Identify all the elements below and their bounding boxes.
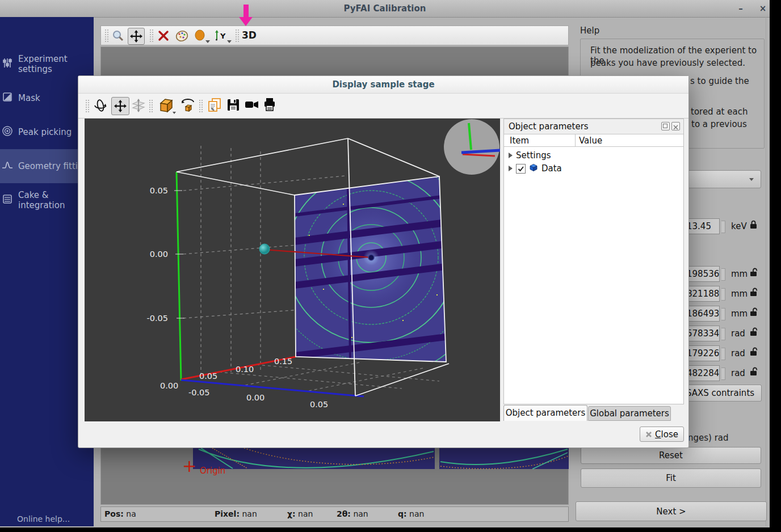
column-value[interactable]: Value [579, 136, 602, 146]
open-3d-view-button[interactable]: 3D [242, 29, 257, 41]
toolbar-grip[interactable] [149, 99, 153, 113]
lock-open-icon[interactable] [749, 267, 759, 280]
toolbar-grip[interactable] [149, 29, 153, 43]
save-icon[interactable] [226, 98, 241, 112]
x-blue-tick: 0.00 [246, 393, 264, 402]
layers-icon [2, 193, 13, 207]
statusbar: Pos: na Pixel: nan χ: nan 2θ: nan q: nan [100, 506, 569, 522]
param-spinner[interactable] [721, 368, 725, 380]
param-spinner[interactable] [721, 348, 725, 360]
param-field-rot2[interactable]: 179226 [684, 345, 720, 361]
pan-tool-selected-box[interactable] [128, 28, 145, 45]
annotation-arrow-shaft [243, 5, 249, 18]
object-parameters-title: Object parameters [509, 121, 589, 132]
param-unit: mm [731, 289, 748, 299]
toolbar-grip[interactable] [104, 29, 108, 43]
minimize-button[interactable]: – [734, 2, 748, 15]
param-spinner[interactable] [721, 328, 725, 340]
object-parameters-header: Object parameters [504, 119, 683, 134]
panel-divider [766, 17, 766, 526]
expander-icon[interactable] [509, 166, 513, 171]
marker-color-dropdown-arrow[interactable] [205, 40, 210, 43]
energy-field[interactable]: 13.45 [684, 218, 720, 234]
sidebar-item-label: Peak picking [18, 127, 72, 137]
online-help-link[interactable]: Online help... [17, 514, 70, 523]
lock-open-icon[interactable] [749, 366, 759, 379]
toolbar-grip[interactable] [235, 29, 239, 43]
object-parameters-panel: Object parameters Item Value Settings [503, 119, 684, 404]
tree-row-settings[interactable]: Settings [509, 150, 551, 161]
x-red-tick: 0.05 [199, 371, 217, 381]
rotate-3d-icon[interactable] [93, 98, 108, 113]
copy-snapshot-icon[interactable] [207, 97, 222, 114]
window-title: PyFAI Calibration [0, 0, 770, 17]
lock-open-icon[interactable] [749, 287, 759, 299]
column-divider[interactable] [575, 134, 576, 146]
pan-icon [112, 98, 129, 115]
next-button[interactable]: Next > [576, 501, 767, 521]
chevron-down-icon[interactable] [173, 112, 176, 114]
close-x-icon [645, 431, 652, 438]
data-visibility-checkbox[interactable] [516, 164, 526, 174]
param-spinner[interactable] [721, 288, 725, 301]
column-item[interactable]: Item [510, 136, 529, 146]
display-sample-stage-dialog: Display sample stage [78, 75, 689, 448]
y-tick: 0.00 [140, 250, 168, 259]
range-label-fragment: nges) rad [688, 433, 729, 443]
energy-spinner[interactable] [721, 221, 725, 233]
tab-global-parameters[interactable]: Global parameters [588, 406, 671, 421]
video-record-icon[interactable] [244, 98, 260, 112]
param-spinner[interactable] [721, 268, 725, 281]
cube-wireframe-back [177, 138, 348, 195]
zoom-tool-icon[interactable] [111, 29, 125, 43]
close-window-button[interactable]: × [756, 2, 770, 15]
mask-icon [2, 91, 13, 105]
origin-marker-label: Origin [200, 466, 225, 476]
clear-icon[interactable] [157, 29, 170, 43]
annotation-arrow-head [239, 17, 253, 26]
toolbar-grip[interactable] [199, 99, 203, 113]
status-2theta: 2θ: nan [337, 509, 368, 518]
sample-stage-3d-view[interactable]: 0.05 0.00 -0.05 0.05 0.10 0.15 -0.05 0.0… [85, 119, 500, 421]
plane-tool-icon[interactable] [131, 98, 146, 113]
param-field-poni1[interactable]: 821188 [684, 286, 720, 302]
print-icon[interactable] [262, 97, 277, 113]
param-unit: rad [731, 348, 745, 358]
param-unit: mm [731, 309, 748, 319]
diffraction-image-strip [193, 448, 569, 469]
cube-data-icon [529, 163, 538, 174]
rings-icon [2, 125, 13, 139]
marker-color-icon[interactable] [194, 29, 207, 42]
toolbar-grip[interactable] [85, 99, 89, 113]
pan-3d-selected-box[interactable] [111, 97, 129, 115]
param-field-poni2[interactable]: 186493 [684, 306, 720, 322]
expander-icon[interactable] [509, 153, 513, 158]
close-panel-icon[interactable] [671, 122, 680, 130]
y-axis-icon[interactable]: Y [213, 29, 228, 43]
dialog-title: Display sample stage [78, 76, 688, 93]
reset-button[interactable]: Reset [581, 447, 761, 464]
float-panel-icon[interactable] [661, 122, 670, 130]
rotate-box-icon[interactable] [179, 97, 196, 114]
lock-open-icon[interactable] [749, 327, 759, 339]
colormap-palette-icon[interactable] [175, 29, 188, 43]
lock-open-icon[interactable] [749, 307, 759, 319]
energy-unit-label: keV [731, 221, 747, 231]
origin-marker-cross: + [182, 456, 196, 476]
param-field-rot1[interactable]: 578334 [684, 326, 720, 341]
x-blue-tick: 0.05 [310, 400, 328, 409]
lock-closed-icon[interactable] [749, 219, 758, 232]
param-field-dist[interactable]: 198536 [684, 266, 720, 282]
dialog-close-button[interactable]: Close [640, 427, 684, 442]
tab-object-parameters[interactable]: Object parameters [503, 405, 587, 421]
saxs-constraints-button[interactable]: SAXS contraints [679, 385, 762, 402]
y-axis-dropdown-arrow[interactable] [227, 40, 232, 43]
dialog-titlebar[interactable]: Display sample stage [78, 76, 688, 94]
lock-open-icon[interactable] [749, 347, 759, 359]
param-field-rot3[interactable]: 482284 [684, 365, 720, 381]
fit-button[interactable]: Fit [581, 468, 761, 488]
beam-center-dot [368, 255, 374, 260]
tree-row-data[interactable]: Data [509, 163, 562, 174]
param-spinner[interactable] [721, 308, 725, 320]
param-unit: rad [731, 328, 745, 339]
